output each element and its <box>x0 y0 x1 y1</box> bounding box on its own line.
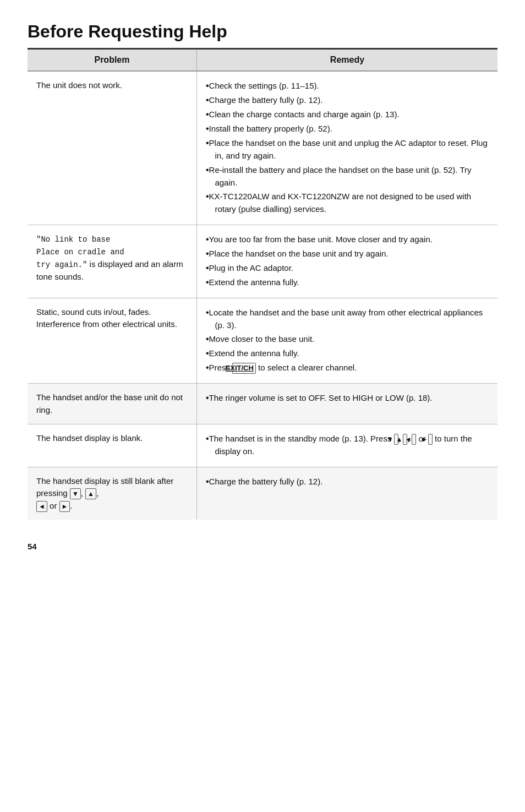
list-item: •Extend the antenna fully. <box>206 276 489 289</box>
table-row: The handset and/or the base unit do not … <box>28 384 497 424</box>
list-item: •Place the handset on the base unit and … <box>206 247 489 260</box>
list-item: •KX-TC1220ALW and KX-TC1220NZW are not d… <box>206 190 489 216</box>
down-arrow-button: ▼ <box>70 488 81 499</box>
up-arrow-button: ▲ <box>85 488 96 499</box>
remedy-list: •Locate the handset and the base unit aw… <box>206 306 489 375</box>
left-arrow-button: ◄ <box>36 501 47 512</box>
problem-cell: The unit does not work. <box>28 71 196 225</box>
exit-ch-key: EXIT/CH <box>232 363 256 374</box>
list-item: •The ringer volume is set to OFF. Set to… <box>206 391 489 405</box>
table-row: Static, sound cuts in/out, fades. Interf… <box>28 298 497 384</box>
list-item: •Extend the antenna fully. <box>206 347 489 360</box>
table-row: The handset display is blank. •The hands… <box>28 424 497 467</box>
list-item: •You are too far from the base unit. Mov… <box>206 233 489 246</box>
column-header-remedy: Remedy <box>196 50 497 71</box>
remedy-cell: •Locate the handset and the base unit aw… <box>196 298 497 384</box>
page-number: 54 <box>28 542 497 551</box>
remedy-cell: •The ringer volume is set to OFF. Set to… <box>196 384 497 424</box>
list-item: •Plug in the AC adaptor. <box>206 261 489 275</box>
remedy-cell: •Check the settings (p. 11–15). •Charge … <box>196 71 497 225</box>
list-item: •Press EXIT/CH to select a clearer chann… <box>206 361 489 374</box>
help-table: Problem Remedy The unit does not work. •… <box>28 50 497 520</box>
remedy-list: •The handset is in the standby mode (p. … <box>206 432 489 458</box>
list-item: •Install the battery properly (p. 52). <box>206 122 489 135</box>
right-arrow-button: ► <box>59 501 70 512</box>
list-item: •Clean the charge contacts and charge ag… <box>206 108 489 121</box>
table-row: The unit does not work. •Check the setti… <box>28 71 497 225</box>
problem-cell: Static, sound cuts in/out, fades. Interf… <box>28 298 196 384</box>
list-item: •Check the settings (p. 11–15). <box>206 79 489 92</box>
list-item: •Charge the battery fully (p. 12). <box>206 94 489 107</box>
list-item: •Place the handset on the base unit and … <box>206 137 489 162</box>
list-item: •Move closer to the base unit. <box>206 333 489 346</box>
list-item: •Locate the handset and the base unit aw… <box>206 306 489 332</box>
problem-cell: The handset display is still blank after… <box>28 467 196 520</box>
page-title: Before Requesting Help <box>28 22 497 41</box>
problem-cell: The handset display is blank. <box>28 424 196 467</box>
remedy-cell: •You are too far from the base unit. Mov… <box>196 225 497 298</box>
table-row: "No link to basePlace on cradle andtry a… <box>28 225 497 298</box>
left-arrow-button: ◄ <box>412 434 416 445</box>
list-item: •Re-install the battery and place the ha… <box>206 164 489 189</box>
list-item: •The handset is in the standby mode (p. … <box>206 432 489 458</box>
remedy-cell: •The handset is in the standby mode (p. … <box>196 424 497 467</box>
table-header-row: Problem Remedy <box>28 50 497 71</box>
remedy-list: •You are too far from the base unit. Mov… <box>206 233 489 289</box>
problem-cell: The handset and/or the base unit do not … <box>28 384 196 424</box>
list-item: •Charge the battery fully (p. 12). <box>206 475 489 488</box>
table-row: The handset display is still blank after… <box>28 467 497 520</box>
problem-cell: "No link to basePlace on cradle andtry a… <box>28 225 196 298</box>
remedy-list: •Charge the battery fully (p. 12). <box>206 475 489 488</box>
remedy-list: •Check the settings (p. 11–15). •Charge … <box>206 79 489 216</box>
remedy-cell: •Charge the battery fully (p. 12). <box>196 467 497 520</box>
remedy-list: •The ringer volume is set to OFF. Set to… <box>206 391 489 405</box>
right-arrow-button: ► <box>428 434 433 445</box>
column-header-problem: Problem <box>28 50 196 71</box>
